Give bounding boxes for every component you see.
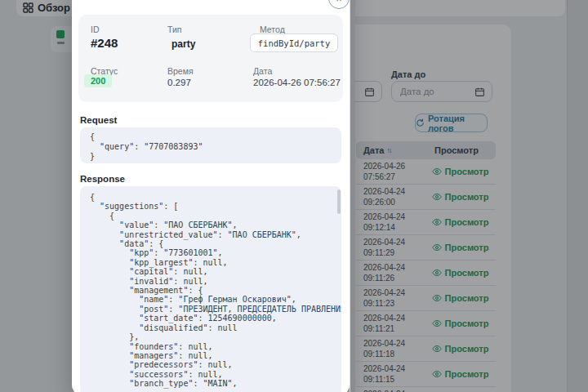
request-code-block: { "query": "7707083893" }: [80, 127, 341, 163]
type-label: Тип: [167, 24, 182, 34]
time-label: Время: [167, 66, 194, 76]
method-value-box: findById/party: [250, 33, 338, 52]
close-icon[interactable]: ×: [328, 0, 350, 9]
date-label: Дата: [253, 66, 272, 76]
time-value: 0.297: [167, 78, 191, 87]
log-info-card: ID #248 Тип party Метод: [78, 15, 343, 102]
response-scrollbar-thumb[interactable]: [337, 189, 341, 214]
date-value: 2026-04-26 07:56:27: [253, 78, 341, 87]
request-section-title: Request: [80, 115, 117, 125]
response-code-block[interactable]: { "suggestions": [ { "value": "ПАО СБЕРБ…: [80, 186, 341, 392]
type-value: party: [172, 38, 195, 50]
log-detail-modal: × ID #248 Тип party Метод findById/party…: [72, 0, 350, 392]
status-badge: 200: [84, 74, 112, 87]
id-label: ID: [91, 24, 100, 34]
id-value: #248: [91, 36, 118, 50]
response-section-title: Response: [80, 174, 125, 184]
modal-scrollbar-thumb[interactable]: [350, 0, 355, 392]
